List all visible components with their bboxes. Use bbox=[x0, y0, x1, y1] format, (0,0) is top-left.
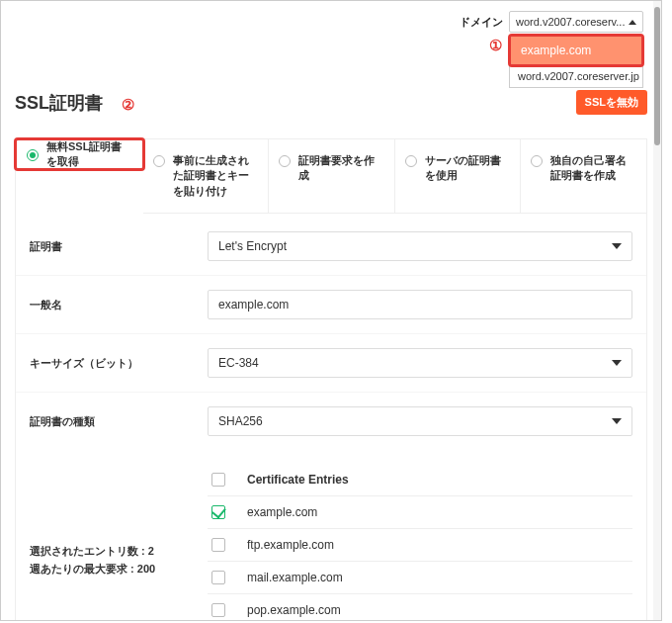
annotation-2: ② bbox=[118, 96, 137, 114]
tab-label: サーバの証明書を使用 bbox=[425, 153, 511, 184]
table-row: mail.example.com bbox=[208, 562, 632, 594]
label-common-name: 一般名 bbox=[30, 298, 198, 312]
max-requests-per-week: 週あたりの最大要求 : 200 bbox=[30, 561, 198, 578]
caret-down-icon bbox=[612, 360, 622, 366]
radio-icon bbox=[279, 155, 291, 167]
tab-server-cert[interactable]: サーバの証明書を使用 bbox=[395, 139, 522, 214]
table-row: pop.example.com bbox=[208, 594, 632, 621]
radio-icon bbox=[531, 155, 543, 167]
table-row: ftp.example.com bbox=[208, 529, 632, 562]
domain-label: ドメイン bbox=[460, 15, 503, 30]
entry-name: pop.example.com bbox=[247, 603, 341, 617]
select-keysize[interactable]: EC-384 bbox=[208, 348, 632, 378]
select-value: EC-384 bbox=[218, 356, 259, 370]
tab-self-signed[interactable]: 独自の自己署名証明書を作成 bbox=[521, 139, 646, 214]
domain-option-example[interactable]: example.com bbox=[510, 36, 642, 65]
checkbox-all[interactable] bbox=[211, 473, 225, 487]
label-certificate: 証明書 bbox=[30, 239, 198, 254]
label-keysize: キーサイズ（ビット） bbox=[30, 356, 198, 371]
domain-select-value: word.v2007.coreserv... bbox=[516, 16, 625, 28]
select-certificate[interactable]: Let's Encrypt bbox=[208, 231, 632, 261]
entry-name: ftp.example.com bbox=[247, 538, 334, 552]
entry-name: mail.example.com bbox=[247, 571, 343, 584]
label-cert-type: 証明書の種類 bbox=[30, 414, 198, 429]
tab-label: 証明書要求を作成 bbox=[298, 153, 384, 184]
ssl-tabs: 無料SSL証明書を取得 事前に生成された証明書とキーを貼り付け 証明書要求を作成… bbox=[15, 138, 647, 214]
tab-paste-cert[interactable]: 事前に生成された証明書とキーを貼り付け bbox=[143, 139, 270, 214]
tab-label: 独自の自己署名証明書を作成 bbox=[550, 153, 636, 184]
tab-label: 事前に生成された証明書とキーを貼り付け bbox=[173, 153, 259, 199]
tab-free-ssl[interactable]: 無料SSL証明書を取得 bbox=[16, 139, 143, 169]
scrollbar-thumb[interactable] bbox=[654, 7, 660, 145]
selected-entries-count: 選択されたエントリ数 : 2 bbox=[30, 543, 198, 561]
tab-create-csr[interactable]: 証明書要求を作成 bbox=[269, 139, 395, 214]
checkbox[interactable] bbox=[211, 505, 225, 519]
ssl-disable-button[interactable]: SSLを無効 bbox=[576, 90, 647, 115]
annotation-1: ① bbox=[485, 37, 505, 54]
entries-table: Certificate Entries example.com ftp.exam… bbox=[208, 464, 632, 621]
domain-option-coreserver[interactable]: word.v2007.coreserver.jp bbox=[510, 65, 642, 87]
entries-header: Certificate Entries bbox=[247, 473, 349, 487]
page-title: SSL証明書 bbox=[15, 91, 103, 115]
scrollbar[interactable] bbox=[653, 1, 661, 620]
checkbox[interactable] bbox=[211, 538, 225, 552]
input-value: example.com bbox=[218, 298, 289, 312]
select-cert-type[interactable]: SHA256 bbox=[208, 406, 632, 436]
select-value: SHA256 bbox=[218, 414, 263, 428]
select-value: Let's Encrypt bbox=[218, 239, 287, 253]
tab-label: 無料SSL証明書を取得 bbox=[46, 139, 132, 170]
domain-dropdown-menu: example.com word.v2007.coreserver.jp bbox=[509, 35, 643, 88]
radio-icon bbox=[153, 155, 165, 167]
caret-down-icon bbox=[612, 418, 622, 424]
radio-icon bbox=[27, 149, 39, 161]
radio-icon bbox=[405, 155, 417, 167]
entry-name: example.com bbox=[247, 505, 317, 519]
caret-up-icon bbox=[629, 20, 636, 25]
caret-down-icon bbox=[612, 243, 622, 249]
domain-select[interactable]: word.v2007.coreserv... bbox=[509, 11, 643, 33]
checkbox[interactable] bbox=[211, 603, 225, 617]
input-common-name[interactable]: example.com bbox=[208, 290, 632, 319]
checkbox[interactable] bbox=[211, 571, 225, 584]
table-row: example.com bbox=[208, 496, 632, 529]
